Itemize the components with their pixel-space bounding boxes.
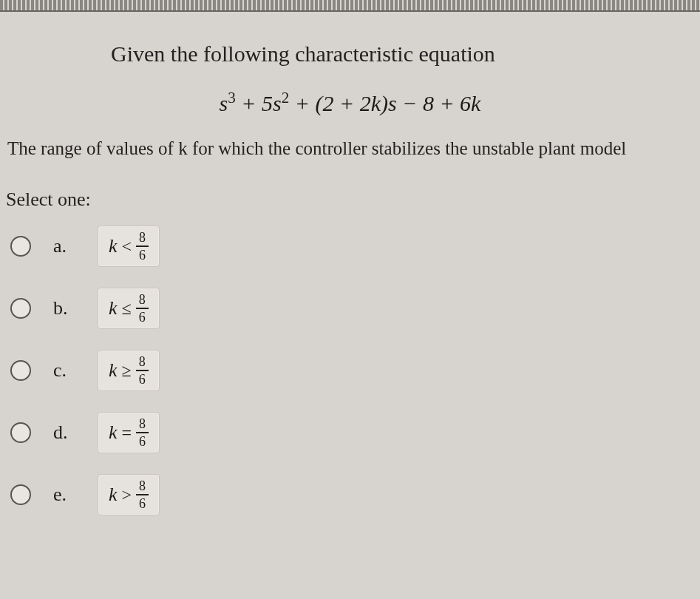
formula-b: k ≤ 8 6: [98, 288, 160, 329]
option-a[interactable]: a. k < 8 6: [10, 226, 700, 267]
option-label-c: c.: [53, 359, 75, 382]
var-k: k: [109, 235, 118, 257]
option-label-e: e.: [53, 484, 75, 506]
frac-den: 6: [136, 495, 149, 510]
var-k: k: [109, 484, 118, 506]
var-k: k: [109, 359, 118, 382]
characteristic-equation: s3 + 5s2 + (2 + 2k)s − 8 + 6k: [220, 91, 481, 115]
radio-e[interactable]: [10, 484, 31, 505]
option-label-a: a.: [53, 235, 75, 257]
select-one-label: Select one:: [6, 189, 700, 211]
question-range-text: The range of values of k for which the c…: [7, 138, 700, 159]
option-label-b: b.: [53, 297, 75, 319]
option-b[interactable]: b. k ≤ 8 6: [10, 288, 700, 329]
frac-num: 8: [136, 479, 149, 495]
options-list: a. k < 8 6 b. k ≤ 8 6: [10, 226, 700, 515]
var-k: k: [109, 297, 118, 319]
frac-num: 8: [136, 355, 149, 371]
radio-b[interactable]: [10, 298, 31, 319]
var-k: k: [109, 422, 118, 444]
operator-b: ≤: [122, 300, 132, 317]
option-d[interactable]: d. k = 8 6: [10, 412, 700, 453]
frac-num: 8: [136, 231, 149, 247]
frac-den: 6: [136, 309, 149, 324]
top-ruler: [0, 0, 700, 12]
fraction-c: 8 6: [136, 355, 149, 386]
option-label-d: d.: [53, 422, 75, 444]
formula-d: k = 8 6: [98, 412, 160, 453]
frac-den: 6: [136, 371, 149, 386]
formula-e: k > 8 6: [98, 474, 160, 515]
question-content: Given the following characteristic equat…: [0, 41, 700, 515]
frac-num: 8: [136, 293, 149, 309]
formula-c: k ≥ 8 6: [98, 350, 160, 391]
equation-row: s3 + 5s2 + (2 + 2k)s − 8 + 6k: [0, 89, 700, 116]
radio-c[interactable]: [10, 360, 31, 381]
option-e[interactable]: e. k > 8 6: [10, 474, 700, 515]
operator-e: >: [122, 486, 132, 504]
operator-c: ≥: [122, 362, 132, 379]
frac-den: 6: [136, 247, 149, 262]
frac-den: 6: [136, 433, 149, 448]
operator-a: <: [122, 237, 132, 255]
formula-a: k < 8 6: [98, 226, 160, 267]
operator-d: =: [122, 424, 132, 441]
fraction-e: 8 6: [136, 479, 149, 510]
frac-num: 8: [136, 417, 149, 433]
option-c[interactable]: c. k ≥ 8 6: [10, 350, 700, 391]
fraction-b: 8 6: [136, 293, 149, 324]
radio-a[interactable]: [10, 236, 31, 257]
fraction-a: 8 6: [136, 231, 149, 262]
question-intro: Given the following characteristic equat…: [111, 41, 700, 67]
fraction-d: 8 6: [136, 417, 149, 448]
radio-d[interactable]: [10, 422, 31, 443]
